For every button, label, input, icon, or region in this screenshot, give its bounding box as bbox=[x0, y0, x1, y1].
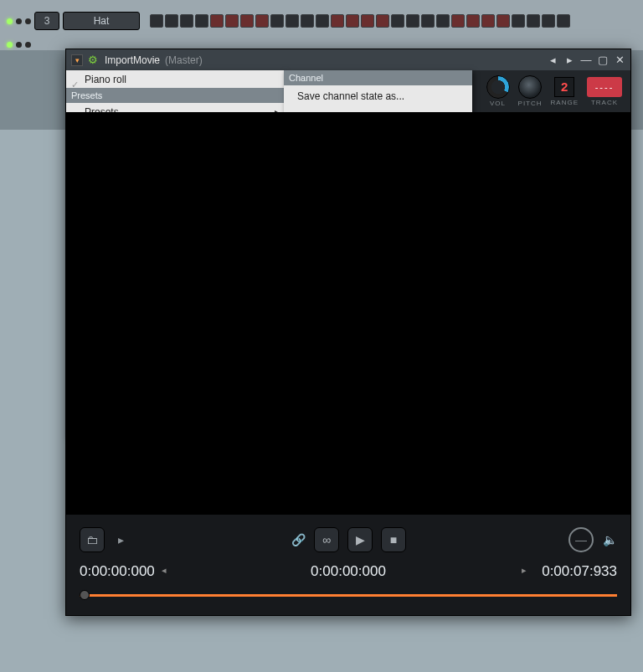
play-icon: ▶ bbox=[356, 533, 365, 546]
channel-knob-icon[interactable] bbox=[25, 18, 31, 24]
dropdown-button[interactable]: ▸ bbox=[113, 532, 128, 547]
video-area: 🗀 ▸ 🔗 ∞ ▶ ■ — 🔈 bbox=[66, 112, 630, 615]
volume-knob[interactable]: VOL bbox=[486, 75, 510, 107]
titlebar: ⚙ ImportMovie (Master) ◂ ▸ — ▢ ✕ bbox=[66, 49, 630, 70]
minimize-button[interactable]: — bbox=[580, 54, 592, 66]
progress-bar[interactable] bbox=[80, 592, 617, 598]
menu-label: Save channel state as... bbox=[297, 90, 404, 102]
channel-led-icon[interactable] bbox=[7, 18, 13, 24]
knob-dial-icon[interactable] bbox=[486, 75, 510, 99]
track-label: TRACK bbox=[591, 99, 618, 106]
next-preset-button[interactable]: ▸ bbox=[563, 54, 575, 66]
dash-icon: — bbox=[575, 533, 587, 546]
pitch-label: PITCH bbox=[518, 100, 543, 107]
menu-label: Piano roll bbox=[85, 74, 126, 85]
menu-piano-roll[interactable]: Piano roll bbox=[66, 70, 284, 88]
menu-section-presets: Presets bbox=[66, 88, 284, 103]
close-button[interactable]: ✕ bbox=[614, 54, 625, 66]
range-value[interactable]: 2 bbox=[554, 77, 574, 97]
plugin-title: ImportMovie bbox=[105, 54, 160, 66]
knob-dial-icon[interactable] bbox=[518, 75, 542, 99]
submenu-save-channel-state[interactable]: Save channel state as... bbox=[284, 85, 472, 107]
step-back-button[interactable]: ◂ bbox=[162, 565, 175, 578]
volume-label: VOL bbox=[490, 100, 506, 107]
channel-led-icon[interactable] bbox=[7, 42, 13, 48]
link-icon[interactable]: 🔗 bbox=[291, 532, 306, 547]
gear-icon[interactable]: ⚙ bbox=[88, 54, 100, 66]
progress-thumb[interactable] bbox=[80, 590, 90, 600]
time-start: 0:00:00:000 bbox=[80, 563, 155, 580]
submenu-header: Channel bbox=[284, 70, 472, 85]
track-value[interactable]: ---- bbox=[587, 77, 622, 97]
loop-button[interactable]: ∞ bbox=[314, 527, 339, 552]
step-fwd-button[interactable]: ▸ bbox=[522, 565, 535, 578]
time-current: 0:00:00:000 bbox=[311, 563, 386, 580]
transport-bar: 🗀 ▸ 🔗 ∞ ▶ ■ — 🔈 bbox=[66, 515, 630, 615]
prev-preset-button[interactable]: ◂ bbox=[547, 54, 558, 66]
progress-track bbox=[80, 594, 617, 597]
infinity-icon: ∞ bbox=[322, 533, 331, 546]
open-file-button[interactable]: 🗀 bbox=[80, 527, 105, 552]
channel-name[interactable]: Hat bbox=[63, 12, 140, 30]
stop-button[interactable]: ■ bbox=[381, 527, 406, 552]
range-field[interactable]: 2 RANGE bbox=[551, 77, 579, 106]
settings-circle-button[interactable]: — bbox=[568, 527, 594, 552]
time-end: 0:00:07:933 bbox=[542, 563, 617, 580]
channel-knob-icon[interactable] bbox=[16, 18, 22, 24]
play-button[interactable]: ▶ bbox=[347, 527, 373, 552]
stop-icon: ■ bbox=[390, 533, 397, 546]
channel-number[interactable]: 3 bbox=[34, 12, 59, 30]
folder-icon: 🗀 bbox=[86, 533, 98, 546]
plugin-menu-button[interactable] bbox=[71, 54, 83, 66]
pitch-knob[interactable]: PITCH bbox=[518, 75, 543, 107]
plugin-subtitle: (Master) bbox=[165, 54, 203, 66]
channel-row[interactable]: 3 Hat bbox=[0, 10, 643, 32]
channel-knob-icon[interactable] bbox=[16, 42, 22, 48]
maximize-button[interactable]: ▢ bbox=[597, 54, 609, 66]
range-label: RANGE bbox=[551, 99, 579, 106]
channel-knob-icon[interactable] bbox=[25, 42, 31, 48]
track-field[interactable]: ---- TRACK bbox=[587, 77, 622, 106]
header-controls: VOL PITCH 2 RANGE ---- TRACK bbox=[471, 70, 630, 112]
volume-icon[interactable]: 🔈 bbox=[602, 532, 617, 547]
step-sequencer[interactable] bbox=[150, 14, 570, 28]
plugin-window: ⚙ ImportMovie (Master) ◂ ▸ — ▢ ✕ VOL PIT… bbox=[65, 49, 631, 616]
